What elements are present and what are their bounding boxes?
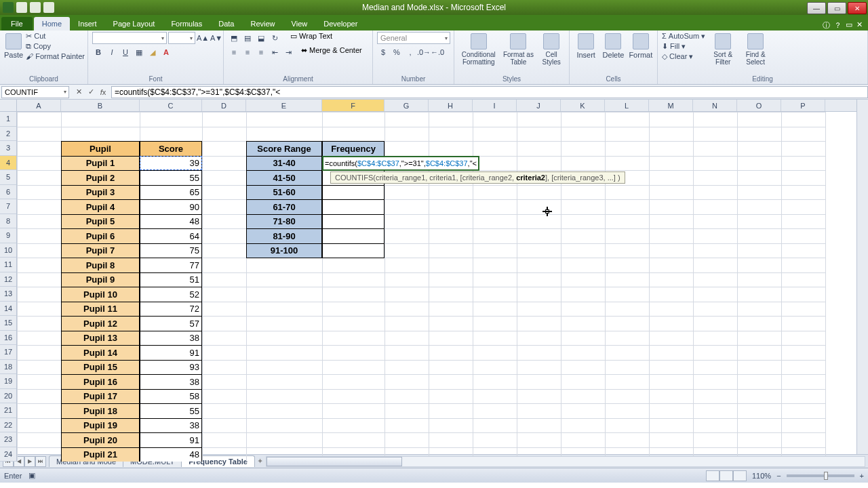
align-center-button[interactable]: ≡ <box>241 46 254 58</box>
row-header-6[interactable]: 6 <box>0 185 16 200</box>
col-header-B[interactable]: B <box>61 100 140 111</box>
insert-cells-button[interactable]: Insert <box>574 32 598 59</box>
cell-F9[interactable] <box>322 228 384 244</box>
cell-C15[interactable]: 57 <box>140 316 202 331</box>
help-icon[interactable]: ？ <box>834 20 842 30</box>
horizontal-scrollbar[interactable] <box>266 456 865 467</box>
close-button[interactable]: ✕ <box>848 2 867 14</box>
review-tab[interactable]: Review <box>242 17 283 30</box>
cell-C18[interactable]: 93 <box>140 360 202 375</box>
percent-button[interactable]: % <box>391 46 403 58</box>
sort-filter-button[interactable]: Sort & Filter <box>708 32 738 66</box>
delete-cells-button[interactable]: Delete <box>601 32 625 59</box>
cell-C11[interactable]: 77 <box>140 258 202 273</box>
col-header-K[interactable]: K <box>561 100 605 111</box>
col-header-N[interactable]: N <box>693 100 737 111</box>
zoom-level[interactable]: 110% <box>752 472 771 480</box>
font-color-button[interactable]: A <box>160 46 172 58</box>
align-right-button[interactable]: ≡ <box>255 46 267 58</box>
cell-C5[interactable]: 55 <box>140 170 202 186</box>
select-all-corner[interactable] <box>0 100 17 112</box>
wrap-text-button[interactable]: ▭ Wrap Text <box>290 32 332 44</box>
cell-F4-editing[interactable]: =countifs($C$4:$C$37,">=31",$C$4:$C$37,"… <box>322 156 479 171</box>
align-middle-button[interactable]: ▤ <box>241 32 254 44</box>
cell-E8[interactable]: 71-80 <box>246 214 322 230</box>
row-header-11[interactable]: 11 <box>0 258 16 272</box>
cell-B15[interactable]: Pupil 12 <box>61 316 140 331</box>
cell-B23[interactable]: Pupil 20 <box>61 432 140 448</box>
cell-E10[interactable]: 91-100 <box>246 243 322 259</box>
format-painter-button[interactable]: 🖌 Format Painter <box>26 52 85 60</box>
row-header-12[interactable]: 12 <box>0 272 16 287</box>
file-tab[interactable]: File <box>1 17 33 30</box>
minimize-ribbon-icon[interactable]: ⓘ <box>823 20 830 30</box>
autosum-button[interactable]: Σ AutoSum ▾ <box>662 32 705 41</box>
cell-C3[interactable]: Score <box>140 141 202 157</box>
cell-B3[interactable]: Pupil <box>61 141 140 157</box>
fill-button[interactable]: ⬇ Fill ▾ <box>662 42 705 51</box>
cell-E3[interactable]: Score Range <box>246 141 322 157</box>
increase-decimal-button[interactable]: .0→ <box>418 46 430 58</box>
cell-C12[interactable]: 51 <box>140 272 202 288</box>
cell-C9[interactable]: 64 <box>140 228 202 244</box>
view-tab[interactable]: View <box>283 17 316 30</box>
cell-C22[interactable]: 38 <box>140 418 202 434</box>
merge-center-button[interactable]: ⬌ Merge & Center <box>301 46 362 58</box>
zoom-out-button[interactable]: − <box>776 472 781 480</box>
redo-icon[interactable] <box>43 2 54 13</box>
cell-B11[interactable]: Pupil 8 <box>61 258 140 273</box>
zoom-in-button[interactable]: + <box>860 472 864 480</box>
pagelayout-tab[interactable]: Page Layout <box>105 17 163 30</box>
doc-close-icon[interactable]: ✕ <box>856 20 863 30</box>
cell-B24[interactable]: Pupil 21 <box>61 447 140 462</box>
cell-B21[interactable]: Pupil 18 <box>61 403 140 419</box>
row-header-22[interactable]: 22 <box>0 418 16 433</box>
enter-formula-icon[interactable]: ✓ <box>85 87 96 98</box>
cell-B22[interactable]: Pupil 19 <box>61 418 140 434</box>
cell-C4[interactable]: 39 <box>140 156 202 171</box>
col-header-M[interactable]: M <box>649 100 693 111</box>
row-header-4[interactable]: 4 <box>0 156 16 171</box>
row-header-2[interactable]: 2 <box>0 127 16 142</box>
home-tab[interactable]: Home <box>34 17 70 30</box>
cell-B4[interactable]: Pupil 1 <box>61 156 140 171</box>
col-header-L[interactable]: L <box>605 100 649 111</box>
cell-F3[interactable]: Frequency <box>322 141 384 157</box>
cell-C6[interactable]: 65 <box>140 185 202 201</box>
cell-B7[interactable]: Pupil 4 <box>61 199 140 215</box>
col-header-H[interactable]: H <box>429 100 473 111</box>
align-left-button[interactable]: ≡ <box>228 46 240 58</box>
cell-F8[interactable] <box>322 214 384 230</box>
shrink-font-button[interactable]: A▼ <box>210 32 222 44</box>
cell-B16[interactable]: Pupil 13 <box>61 331 140 346</box>
conditional-formatting-button[interactable]: Conditional Formatting <box>458 32 499 66</box>
row-header-10[interactable]: 10 <box>0 243 16 258</box>
fx-icon[interactable]: fx <box>98 87 108 98</box>
cell-C13[interactable]: 52 <box>140 287 202 302</box>
cell-C14[interactable]: 72 <box>140 302 202 317</box>
col-header-G[interactable]: G <box>384 100 429 111</box>
align-top-button[interactable]: ⬒ <box>228 32 240 44</box>
formula-input[interactable]: =countifs($C$4:$C$37,">=31",$C$4:$C$37,"… <box>111 86 868 98</box>
col-header-E[interactable]: E <box>246 100 322 111</box>
cancel-formula-icon[interactable]: ✕ <box>73 87 84 98</box>
paste-button[interactable]: Paste <box>4 32 23 59</box>
cell-B8[interactable]: Pupil 5 <box>61 214 140 230</box>
row-header-8[interactable]: 8 <box>0 214 16 229</box>
cell-C7[interactable]: 90 <box>140 199 202 215</box>
cell-E9[interactable]: 81-90 <box>246 228 322 244</box>
save-icon[interactable] <box>16 2 27 13</box>
cell-C23[interactable]: 91 <box>140 432 202 448</box>
row-header-16[interactable]: 16 <box>0 331 16 346</box>
cell-C17[interactable]: 91 <box>140 345 202 361</box>
row-header-21[interactable]: 21 <box>0 403 16 418</box>
row-header-24[interactable]: 24 <box>0 447 16 462</box>
cell-C10[interactable]: 75 <box>140 243 202 259</box>
cell-B6[interactable]: Pupil 3 <box>61 185 140 201</box>
cell-F6[interactable] <box>322 185 384 201</box>
copy-button[interactable]: ⧉ Copy <box>26 42 85 51</box>
name-box[interactable]: COUNTIF <box>1 86 69 98</box>
increase-indent-button[interactable]: ⇥ <box>282 46 294 58</box>
cell-grid[interactable]: PupilScorePupil 139Pupil 255Pupil 365Pup… <box>17 112 856 462</box>
cell-B5[interactable]: Pupil 2 <box>61 170 140 186</box>
